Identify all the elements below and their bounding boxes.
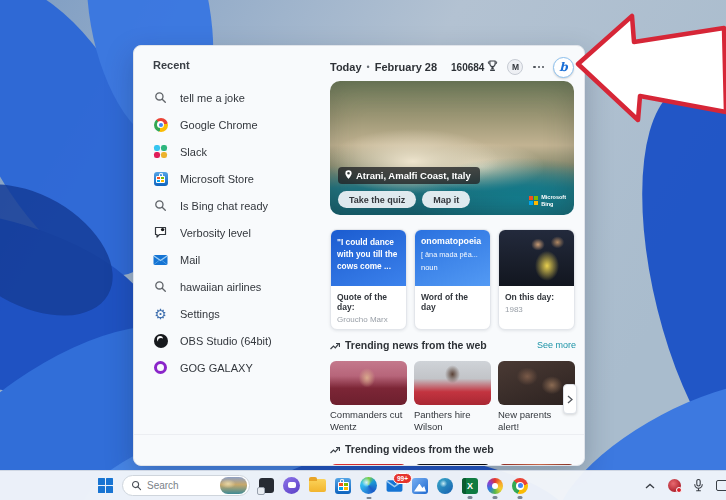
chevron-up-icon	[645, 483, 655, 489]
recent-item-slack[interactable]: Slack	[153, 138, 321, 165]
start-button[interactable]	[98, 478, 113, 493]
photos-app-button[interactable]	[412, 478, 428, 494]
tray-microphone-button[interactable]	[694, 479, 703, 492]
video-thumbnail[interactable]: IT WORKS	[414, 464, 491, 466]
recent-item-settings[interactable]: ⚙ Settings	[153, 300, 321, 327]
microsoft-store-icon	[335, 478, 351, 494]
mail-unread-badge: 99+	[393, 473, 412, 484]
microsoft-bing-logo: Microsoft Bing	[529, 194, 566, 207]
recent-item-label: Is Bing chat ready	[180, 200, 268, 212]
recent-item-label: Settings	[180, 308, 220, 320]
recent-item-verbosity-level[interactable]: Verbosity level	[153, 219, 321, 246]
trending-news-section: Trending news from the web See more Comm…	[330, 336, 576, 434]
bing-chat-icon[interactable]: b	[553, 57, 574, 78]
news-item[interactable]: Commanders cut Wentz	[330, 361, 407, 434]
trending-videos-section: Trending videos from the web IT WORKS	[330, 440, 576, 466]
recent-item-microsoft-store[interactable]: Microsoft Store	[153, 165, 321, 192]
recent-item-label: hawaiian airlines	[180, 281, 261, 293]
more-options-icon[interactable]	[532, 63, 545, 71]
photos-icon	[412, 478, 428, 494]
image-location-pill[interactable]: Atrani, Amalfi Coast, Italy	[338, 167, 480, 184]
recent-item-label: GOG GALAXY	[180, 362, 253, 374]
search-icon	[153, 90, 168, 105]
recent-item-label: Microsoft Store	[180, 173, 254, 185]
microsoft-logo-icon	[529, 196, 538, 205]
chevron-right-icon	[567, 395, 573, 404]
news-thumbnail	[414, 361, 491, 405]
task-view-icon	[259, 478, 274, 493]
quote-of-the-day-card[interactable]: "I could dance with you till the cows co…	[330, 229, 407, 330]
rewards-points[interactable]: 160684	[451, 58, 498, 76]
file-explorer-button[interactable]	[309, 479, 326, 492]
excel-icon: X	[462, 478, 478, 494]
pinwheel-app-button[interactable]	[487, 478, 503, 494]
gog-galaxy-icon	[153, 360, 168, 375]
daily-image[interactable]: Atrani, Amalfi Coast, Italy Take the qui…	[330, 81, 574, 215]
search-panel: Recent tell me a joke Google Chrome Slac…	[133, 45, 585, 466]
excel-button[interactable]: X	[462, 478, 478, 494]
tray-recording-app-button[interactable]	[668, 479, 681, 492]
taskbar-search-box[interactable]	[122, 475, 250, 496]
on-this-day-card[interactable]: On this day: 1983	[498, 229, 575, 330]
on-this-day-year: 1983	[505, 305, 568, 314]
word-of-the-day: onomatopoeia	[421, 236, 484, 246]
recent-item-google-chrome[interactable]: Google Chrome	[153, 111, 321, 138]
see-more-link[interactable]: See more	[537, 340, 576, 350]
recent-item-label: OBS Studio (64bit)	[180, 335, 272, 347]
location-label: Atrani, Amalfi Coast, Italy	[356, 170, 471, 181]
round-app-button[interactable]	[437, 478, 453, 494]
recent-item-label: Google Chrome	[180, 119, 258, 131]
search-icon	[153, 279, 168, 294]
folder-icon	[309, 479, 326, 492]
trending-icon	[330, 336, 340, 354]
take-the-quiz-button[interactable]: Take the quiz	[338, 191, 416, 208]
chat-bubble-icon	[153, 225, 168, 240]
on-this-day-label: On this day:	[505, 292, 568, 302]
search-daily-image-thumbnail[interactable]	[220, 477, 247, 494]
mail-app-button[interactable]: 99+	[386, 479, 403, 493]
recent-item-label: Verbosity level	[180, 227, 251, 239]
recent-item-gog-galaxy[interactable]: GOG GALAXY	[153, 354, 321, 381]
chat-app-button[interactable]	[283, 477, 300, 494]
edge-browser-button[interactable]	[360, 477, 377, 494]
microsoft-store-button[interactable]	[335, 478, 351, 494]
microphone-icon	[694, 479, 703, 492]
recent-item-hawaiian-airlines[interactable]: hawaiian airlines	[153, 273, 321, 300]
search-icon	[153, 198, 168, 213]
mail-icon	[153, 252, 168, 267]
chrome-icon	[512, 478, 528, 494]
points-value: 160684	[451, 62, 484, 73]
user-avatar[interactable]: M	[507, 59, 523, 75]
pinwheel-app-icon	[487, 478, 503, 494]
map-it-button[interactable]: Map it	[422, 191, 470, 208]
section-divider	[134, 434, 584, 435]
video-thumbnail[interactable]	[330, 464, 407, 466]
news-carousel-next-button[interactable]	[563, 384, 577, 414]
search-input[interactable]	[147, 480, 215, 491]
location-pin-icon	[345, 170, 352, 181]
chat-app-icon	[283, 477, 300, 494]
windows-logo-icon	[98, 478, 113, 493]
news-caption: Panthers hire Wilson	[414, 409, 491, 434]
trending-news-title: Trending news from the web	[345, 339, 487, 351]
word-pronunciation: [ äna mada pēa...	[421, 250, 484, 259]
news-item[interactable]: Panthers hire Wilson	[414, 361, 491, 434]
display-icon	[716, 480, 726, 491]
taskbar: 99+ X	[0, 470, 726, 500]
chrome-button[interactable]	[512, 478, 528, 494]
daily-content-header: Today • February 28 160684 M b	[330, 57, 574, 77]
date-label: February 28	[375, 61, 437, 73]
search-icon	[131, 477, 142, 495]
quote-card-label: Quote of the day:	[337, 292, 400, 312]
tray-chevron-up-button[interactable]	[645, 483, 655, 489]
recent-item-tell-me-a-joke[interactable]: tell me a joke	[153, 84, 321, 111]
quote-author: Groucho Marx	[337, 315, 400, 324]
word-of-the-day-card[interactable]: onomatopoeia [ äna mada pēa... noun Word…	[414, 229, 491, 330]
recent-item-is-bing-chat-ready[interactable]: Is Bing chat ready	[153, 192, 321, 219]
recent-item-obs-studio[interactable]: OBS Studio (64bit)	[153, 327, 321, 354]
task-view-button[interactable]	[259, 478, 274, 493]
recent-list: tell me a joke Google Chrome Slack Micro…	[153, 84, 321, 381]
video-thumbnail[interactable]	[498, 464, 575, 466]
recent-item-mail[interactable]: Mail	[153, 246, 321, 273]
tray-display-button[interactable]	[716, 480, 726, 491]
